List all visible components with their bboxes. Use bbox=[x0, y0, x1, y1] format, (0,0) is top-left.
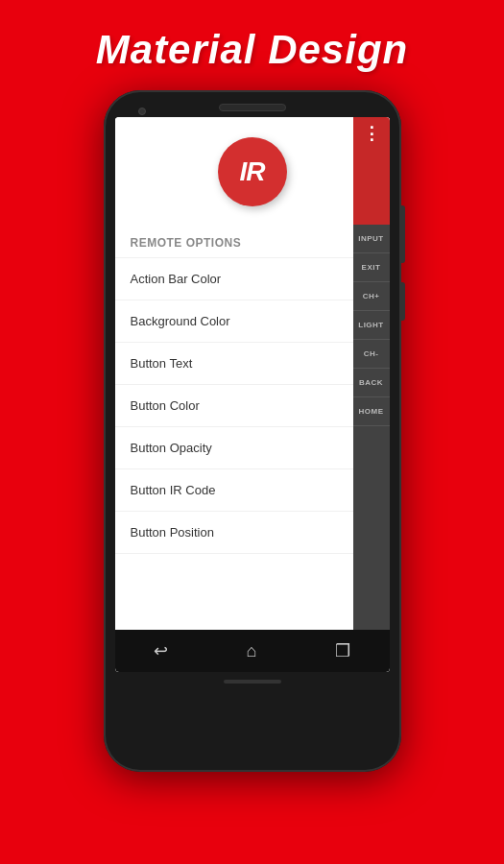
nav-back-button[interactable]: ↩ bbox=[154, 640, 168, 661]
menu-item-button-ir-code[interactable]: Button IR Code bbox=[115, 469, 353, 512]
side-btn-ch-minus[interactable]: CH- bbox=[353, 340, 390, 369]
phone-device: IR ⋮ Remote Options Action Bar Color Bac… bbox=[104, 90, 401, 772]
speaker bbox=[219, 104, 286, 111]
nav-home-button[interactable]: ⌂ bbox=[247, 641, 257, 661]
phone-screen: IR ⋮ Remote Options Action Bar Color Bac… bbox=[115, 117, 390, 672]
side-btn-light[interactable]: LIGHT bbox=[353, 311, 390, 340]
nav-bar: ↩ ⌂ ❒ bbox=[115, 630, 390, 672]
logo-area: IR bbox=[115, 118, 390, 224]
menu-item-button-position[interactable]: Button Position bbox=[115, 512, 353, 554]
action-bar: ⋮ bbox=[353, 117, 390, 225]
main-panel: Remote Options Action Bar Color Backgrou… bbox=[115, 225, 353, 630]
side-btn-input[interactable]: INPUT bbox=[353, 225, 390, 253]
app-header: IR ⋮ bbox=[115, 117, 390, 225]
screen-content: Remote Options Action Bar Color Backgrou… bbox=[115, 225, 390, 630]
menu-item-button-opacity[interactable]: Button Opacity bbox=[115, 427, 353, 469]
side-btn-ch-plus[interactable]: CH+ bbox=[353, 282, 390, 311]
side-btn-home[interactable]: HOME bbox=[353, 397, 390, 426]
phone-bottom bbox=[111, 680, 394, 684]
nav-recents-button[interactable]: ❒ bbox=[335, 640, 350, 661]
side-btn-back[interactable]: BACK bbox=[353, 369, 390, 397]
menu-item-action-bar-color[interactable]: Action Bar Color bbox=[115, 258, 353, 300]
menu-item-button-text[interactable]: Button Text bbox=[115, 343, 353, 385]
ir-logo: IR bbox=[218, 137, 287, 206]
camera bbox=[138, 108, 146, 115]
menu-icon[interactable]: ⋮ bbox=[363, 125, 380, 142]
side-panel: INPUT EXIT CH+ LIGHT CH- BACK HOME bbox=[353, 225, 390, 630]
phone-top-bar bbox=[111, 104, 394, 111]
menu-item-remote-options[interactable]: Remote Options bbox=[115, 225, 353, 258]
menu-item-button-color[interactable]: Button Color bbox=[115, 385, 353, 427]
logo-text: IR bbox=[240, 156, 265, 187]
side-btn-exit[interactable]: EXIT bbox=[353, 253, 390, 282]
page-title: Material Design bbox=[96, 27, 408, 73]
menu-item-background-color[interactable]: Background Color bbox=[115, 300, 353, 343]
home-indicator bbox=[224, 680, 281, 684]
